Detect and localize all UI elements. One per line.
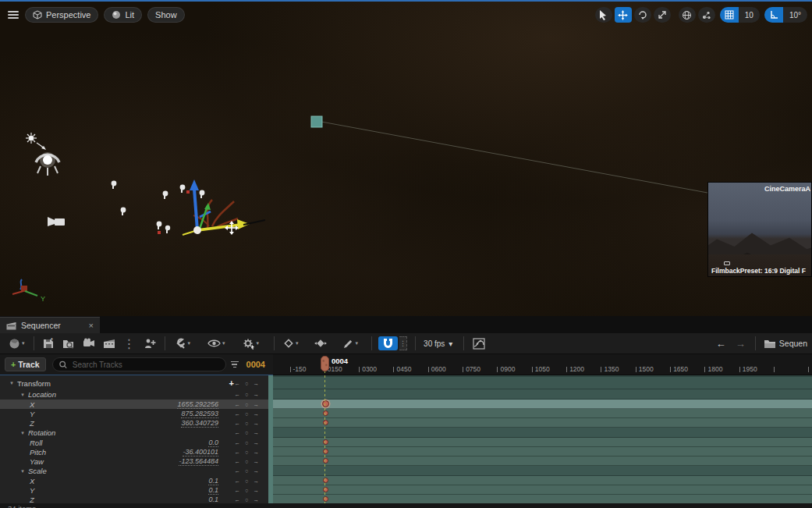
snap-options-dropdown[interactable]: ⋮ [399, 336, 407, 350]
key-navigation-controls[interactable]: ← ○ → [234, 410, 261, 417]
track-row-location[interactable]: ▾Location← ○ → [0, 389, 268, 400]
render-options-ellipsis[interactable]: ⋮ [121, 335, 138, 353]
channel-value-field[interactable]: -36.400101 [183, 448, 218, 456]
playback-options-button[interactable]: ▾ [240, 336, 262, 351]
keyframe-dot[interactable] [323, 478, 328, 483]
sun-icon[interactable] [26, 133, 46, 150]
key-navigation-controls[interactable]: ← ○ → [234, 401, 261, 408]
view-options-button[interactable]: ▾ [205, 337, 228, 350]
tab-sequencer[interactable]: Sequencer × [0, 317, 100, 333]
expand-caret-icon[interactable]: ▾ [19, 392, 27, 398]
key-navigation-controls[interactable]: ← ○ → [234, 420, 261, 427]
track-row-x[interactable]: X0.1← ○ → [0, 476, 268, 485]
save-button[interactable]: * [41, 336, 57, 351]
world-space-button[interactable] [679, 7, 696, 23]
expand-caret-icon[interactable]: ▾ [19, 468, 27, 474]
create-camera-button[interactable] [80, 336, 98, 350]
timeline-ruler[interactable]: -150015003000450060007500900105012001350… [273, 354, 812, 375]
add-actor-button[interactable] [141, 336, 158, 351]
keyframe-dot[interactable] [323, 496, 328, 502]
key-navigation-controls[interactable]: ← ○ → [234, 391, 261, 398]
keyframe-dot[interactable] [323, 449, 328, 454]
expand-caret-icon[interactable]: ▾ [19, 430, 27, 436]
translate-gizmo[interactable] [183, 179, 250, 235]
track-row-z[interactable]: Z0.1← ○ → [0, 495, 268, 503]
auto-key-button[interactable] [312, 336, 329, 350]
playhead-handle[interactable] [321, 356, 329, 371]
rotate-tool-button[interactable] [634, 7, 651, 23]
select-tool-button[interactable] [595, 7, 612, 23]
camera-preview-panel[interactable]: CineCameraA FilmbackPreset: 16:9 Digital… [707, 182, 812, 277]
search-box[interactable] [52, 357, 226, 371]
camera-actor-icon[interactable] [48, 217, 65, 226]
channel-value-field[interactable]: 0.1 [208, 496, 218, 504]
surface-snap-button[interactable] [698, 7, 715, 23]
show-menu-button[interactable]: Show [147, 7, 185, 23]
track-row-transform[interactable]: ▾Transform+← ○ → [0, 377, 268, 389]
skylight-icon[interactable] [36, 152, 59, 176]
move-tool-button[interactable] [615, 7, 632, 23]
grid-snap-value[interactable]: 10 [739, 11, 760, 20]
track-row-z[interactable]: Z360.340729← ○ → [0, 418, 268, 428]
world-context-button[interactable]: ▾ [6, 336, 27, 351]
track-row-y[interactable]: Y875.282593← ○ → [0, 409, 268, 418]
channel-value-field[interactable]: 0.0 [208, 439, 218, 447]
channel-value-field[interactable]: -123.564484 [179, 457, 218, 466]
timeline-track-area[interactable] [273, 375, 812, 503]
keyframe-options-button[interactable]: ▾ [281, 336, 301, 350]
pin-icon[interactable] [724, 261, 730, 265]
grid-snap-group[interactable]: 10 [720, 7, 760, 23]
scale-tool-button[interactable] [654, 7, 671, 23]
snap-toggle-button[interactable] [378, 336, 398, 350]
render-movie-button[interactable] [101, 337, 118, 350]
filter-icon[interactable] [231, 361, 239, 368]
key-navigation-controls[interactable]: ← ○ → [234, 496, 261, 503]
find-in-content-browser-button[interactable] [60, 336, 77, 351]
add-section-button[interactable]: + [229, 378, 234, 388]
keyframe-dot[interactable] [323, 487, 328, 492]
key-navigation-controls[interactable]: ← ○ → [234, 478, 261, 485]
expand-caret-icon[interactable]: ▾ [8, 380, 16, 386]
keyframe-dot[interactable] [323, 410, 328, 416]
tab-close-icon[interactable]: × [89, 321, 94, 330]
track-row-rotation[interactable]: ▾Rotation← ○ → [0, 428, 268, 438]
sequencer-settings-button[interactable]: ▾ [172, 336, 193, 351]
spline-key-cube[interactable] [311, 116, 322, 127]
track-row-scale[interactable]: ▾Scale← ○ → [0, 466, 268, 476]
curve-editor-button[interactable] [470, 336, 488, 351]
fps-dropdown[interactable]: 30 fps ▾ [420, 339, 456, 348]
key-navigation-controls[interactable]: ← ○ → [234, 458, 261, 465]
history-forward-button[interactable]: → [731, 338, 750, 350]
channel-value-field[interactable]: 360.340729 [181, 419, 218, 428]
rotation-snap-group[interactable]: 10° [764, 7, 807, 23]
key-navigation-controls[interactable]: ← ○ → [234, 429, 261, 436]
key-navigation-controls[interactable]: ← ○ → [234, 487, 261, 494]
keyframe-dot[interactable] [323, 458, 328, 464]
rotation-snap-value[interactable]: 10° [783, 11, 807, 20]
key-navigation-controls[interactable]: ← ○ → [234, 439, 261, 446]
channel-value-field[interactable]: 0.1 [208, 486, 218, 495]
track-row-pitch[interactable]: Pitch-36.400101← ○ → [0, 447, 268, 456]
key-navigation-controls[interactable]: ← ○ → [234, 380, 261, 387]
current-frame-field[interactable]: 0004 [246, 360, 265, 369]
sequence-breadcrumb[interactable]: Sequen [779, 339, 807, 348]
keyframe-dot[interactable] [323, 420, 328, 425]
track-row-yaw[interactable]: Yaw-123.564484← ○ → [0, 456, 268, 466]
search-tracks-input[interactable] [71, 360, 219, 370]
track-row-y[interactable]: Y0.1← ○ → [0, 485, 268, 495]
track-row-roll[interactable]: Roll0.0← ○ → [0, 438, 268, 447]
viewport-menu-button[interactable] [8, 11, 19, 19]
channel-value-field[interactable]: 0.1 [208, 477, 218, 485]
channel-value-field[interactable]: 875.282593 [181, 410, 218, 418]
history-back-button[interactable]: ← [711, 338, 731, 350]
edit-mode-button[interactable]: ▾ [340, 336, 361, 351]
channel-value-field[interactable]: 1655.292256 [177, 400, 218, 409]
viewport-3d[interactable]: Y Perspective Lit Show [0, 0, 812, 316]
lit-mode-button[interactable]: Lit [104, 7, 142, 23]
keyframe-dot[interactable] [323, 439, 328, 445]
perspective-button[interactable]: Perspective [25, 7, 98, 23]
add-track-button[interactable]: + Track [5, 357, 46, 371]
key-navigation-controls[interactable]: ← ○ → [234, 449, 261, 456]
key-navigation-controls[interactable]: ← ○ → [234, 467, 261, 474]
track-row-x[interactable]: X1655.292256← ○ → [0, 400, 268, 409]
